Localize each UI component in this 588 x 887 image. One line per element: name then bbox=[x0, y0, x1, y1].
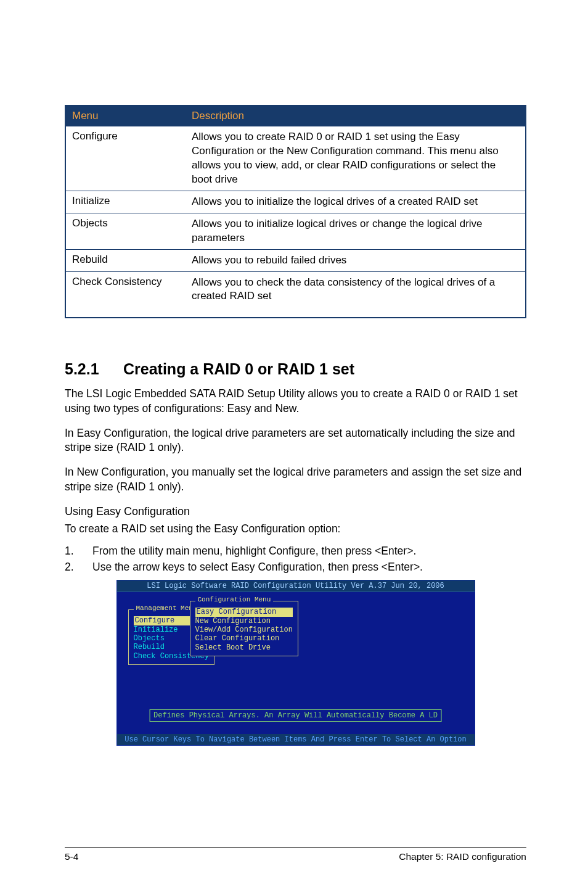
section-title: Creating a RAID 0 or RAID 1 set bbox=[123, 360, 354, 378]
paragraph: The LSI Logic Embedded SATA RAID Setup U… bbox=[65, 387, 526, 416]
table-row: Check Consistency Allows you to check th… bbox=[65, 271, 526, 318]
subheading: Using Easy Configuration bbox=[65, 505, 526, 518]
table-cell-description: Allows you to create RAID 0 or RAID 1 se… bbox=[186, 126, 526, 191]
configuration-menu-label: Configuration Menu bbox=[195, 596, 274, 604]
list-number: 1. bbox=[65, 543, 92, 559]
table-cell-description: Allows you to check the data consistency… bbox=[186, 271, 526, 318]
paragraph: In Easy Configuration, the logical drive… bbox=[65, 426, 526, 455]
bios-hint-box: Defines Physical Arrays. An Array Will A… bbox=[149, 709, 442, 722]
table-cell-menu: Configure bbox=[65, 126, 186, 191]
list-item: 2. Use the arrow keys to select Easy Con… bbox=[65, 559, 526, 575]
paragraph: In New Configuration, you manually set t… bbox=[65, 465, 526, 494]
table-cell-description: Allows you to initialize logical drives … bbox=[186, 213, 526, 249]
page-footer: 5-4 Chapter 5: RAID configuration bbox=[65, 847, 526, 862]
bios-body: Management Menu Configure Initialize Obj… bbox=[117, 592, 475, 734]
table-row: Initialize Allows you to initialize the … bbox=[65, 191, 526, 213]
menu-description-table: Menu Description Configure Allows you to… bbox=[65, 105, 526, 318]
page: Menu Description Configure Allows you to… bbox=[0, 0, 588, 887]
section-number: 5.2.1 bbox=[65, 360, 123, 378]
page-number: 5-4 bbox=[65, 851, 78, 862]
table-row: Objects Allows you to initialize logical… bbox=[65, 213, 526, 249]
numbered-list: 1. From the utility main menu, highlight… bbox=[65, 543, 526, 576]
table-row: Rebuild Allows you to rebuild failed dri… bbox=[65, 249, 526, 271]
table-cell-menu: Initialize bbox=[65, 191, 186, 213]
bios-screenshot: LSI Logic Software RAID Configuration Ut… bbox=[65, 580, 526, 746]
conf-item-easy-configuration[interactable]: Easy Configuration bbox=[195, 608, 293, 616]
configuration-menu-panel: Configuration Menu Easy Configuration Ne… bbox=[190, 601, 298, 656]
list-text: Use the arrow keys to select Easy Config… bbox=[92, 559, 526, 575]
table-header-description: Description bbox=[186, 105, 526, 126]
bios-titlebar: LSI Logic Software RAID Configuration Ut… bbox=[117, 580, 475, 592]
table-cell-menu: Objects bbox=[65, 213, 186, 249]
bios-footer: Use Cursor Keys To Navigate Between Item… bbox=[117, 734, 475, 745]
bios-window: LSI Logic Software RAID Configuration Ut… bbox=[116, 580, 475, 746]
list-text: From the utility main menu, highlight Co… bbox=[92, 543, 526, 559]
conf-item-clear-configuration[interactable]: Clear Configuration bbox=[195, 634, 293, 643]
conf-item-view-add-configuration[interactable]: View/Add Configuration bbox=[195, 625, 293, 634]
chapter-label: Chapter 5: RAID configuration bbox=[399, 851, 526, 862]
table-header-menu: Menu bbox=[65, 105, 186, 126]
conf-item-select-boot-drive[interactable]: Select Boot Drive bbox=[195, 643, 293, 652]
conf-item-new-configuration[interactable]: New Configuration bbox=[195, 617, 293, 625]
table-cell-description: Allows you to rebuild failed drives bbox=[186, 249, 526, 271]
list-number: 2. bbox=[65, 559, 92, 575]
table-cell-menu: Check Consistency bbox=[65, 271, 186, 318]
section-heading: 5.2.1 Creating a RAID 0 or RAID 1 set bbox=[65, 360, 526, 378]
list-item: 1. From the utility main menu, highlight… bbox=[65, 543, 526, 559]
paragraph: To create a RAID set using the Easy Conf… bbox=[65, 522, 526, 537]
table-cell-description: Allows you to initialize the logical dri… bbox=[186, 191, 526, 213]
table-cell-menu: Rebuild bbox=[65, 249, 186, 271]
table-row: Configure Allows you to create RAID 0 or… bbox=[65, 126, 526, 191]
